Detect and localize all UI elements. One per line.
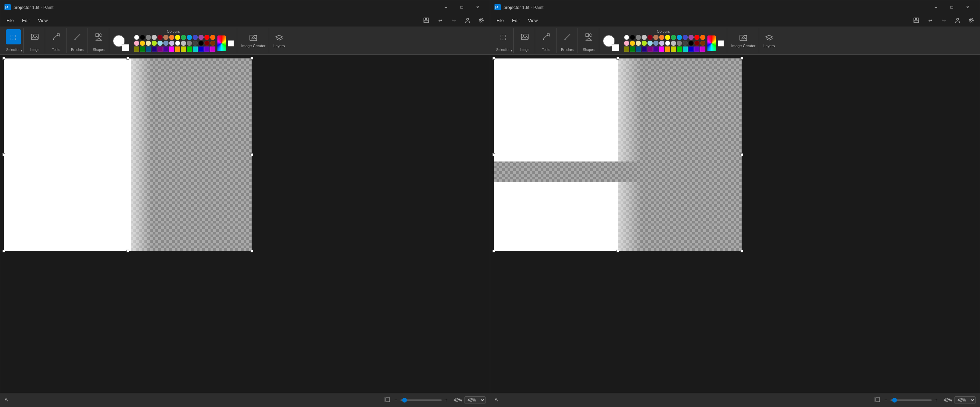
save-btn-right[interactable] [911, 15, 922, 26]
white-swatch-right[interactable] [718, 40, 724, 46]
swatch-purple2-right[interactable] [694, 46, 700, 52]
swatch-olive-right[interactable] [624, 46, 629, 52]
swatch-steelblue-left[interactable] [163, 41, 169, 46]
swatch-magenta-left[interactable] [169, 46, 174, 52]
swatch-darkred-left[interactable] [158, 35, 163, 40]
layers-btn-left[interactable]: Layers [270, 28, 288, 53]
swatch-orange-right[interactable] [659, 35, 664, 40]
handle-bc-left[interactable] [126, 250, 129, 252]
swatch-lime-right[interactable] [642, 41, 647, 46]
swatch-red-left[interactable] [204, 35, 210, 40]
menu-view-left[interactable]: View [35, 16, 51, 24]
swatch-orange2-left[interactable] [210, 35, 215, 40]
color-selector-right[interactable] [603, 35, 620, 52]
swatch-amber-left[interactable] [175, 46, 180, 52]
swatch-white-right[interactable] [624, 35, 629, 40]
swatch-darkgray-right[interactable] [682, 41, 688, 46]
swatch-lightgray-right[interactable] [642, 35, 647, 40]
swatch-cream-left[interactable] [146, 41, 151, 46]
minimize-btn-left[interactable]: – [438, 2, 454, 13]
swatch-indigo-left[interactable] [192, 35, 198, 40]
rainbow-right[interactable] [708, 35, 716, 51]
color-selector-left[interactable] [113, 35, 130, 52]
maximize-btn-right[interactable]: □ [944, 2, 960, 13]
swatch-teal-right[interactable] [682, 46, 688, 52]
menu-edit-right[interactable]: Edit [509, 16, 523, 24]
shapes-btn-right[interactable] [581, 29, 597, 44]
swatch-royalblue-right[interactable] [689, 46, 694, 52]
swatch-white-left[interactable] [134, 35, 139, 40]
menu-view-right[interactable]: View [525, 16, 541, 24]
swatch-gold-right[interactable] [630, 41, 635, 46]
handle-mr-left[interactable] [250, 153, 253, 156]
zoom-slider-left[interactable] [401, 399, 442, 401]
swatch-white2-right[interactable] [665, 41, 670, 46]
swatch-silver-right[interactable] [671, 41, 676, 46]
swatch-lavender-left[interactable] [169, 41, 174, 46]
zoom-out-btn-left[interactable]: − [393, 396, 399, 404]
swatch-darkbrown-right[interactable] [700, 41, 705, 46]
swatch-gold-left[interactable] [140, 41, 145, 46]
swatch-amber-right[interactable] [665, 46, 670, 52]
swatch-black2-left[interactable] [199, 41, 204, 46]
swatch-darkblue-left[interactable] [152, 46, 157, 52]
swatch-lime-left[interactable] [152, 41, 157, 46]
swatch-navy-left[interactable] [146, 46, 151, 52]
handle-bc-right[interactable] [616, 250, 619, 252]
settings-btn-left[interactable] [476, 15, 487, 26]
swatch-purple-right[interactable] [689, 35, 694, 40]
swatch-black2-right[interactable] [689, 41, 694, 46]
swatch-blue-right[interactable] [677, 35, 682, 40]
swatch-black-right[interactable] [630, 35, 635, 40]
zoom-dropdown-left[interactable]: 42% 100% 200% [465, 396, 485, 404]
account-btn-right[interactable] [952, 15, 963, 26]
undo-btn-right[interactable]: ↩ [924, 15, 935, 26]
swatch-lightblue-left[interactable] [158, 41, 163, 46]
brushes-btn-left[interactable] [70, 29, 85, 44]
swatch-pink-right[interactable] [624, 41, 629, 46]
maximize-btn-left[interactable]: □ [454, 2, 470, 13]
handle-br-right[interactable] [740, 250, 743, 252]
swatch-steelblue-right[interactable] [653, 41, 659, 46]
swatch-lightblue-right[interactable] [648, 41, 653, 46]
swatch-gray-right[interactable] [636, 35, 641, 40]
handle-tl-left[interactable] [2, 57, 5, 60]
swatch-darkgreen-right[interactable] [630, 46, 635, 52]
zoom-out-btn-right[interactable]: − [883, 396, 889, 404]
swatch-violet-left[interactable] [163, 46, 169, 52]
image-creator-btn-left[interactable]: Image Creator [238, 28, 269, 53]
image-btn-left[interactable] [27, 29, 42, 44]
handle-bl-right[interactable] [492, 250, 495, 252]
handle-tl-right[interactable] [492, 57, 495, 60]
swatch-darkyellow-right[interactable] [671, 46, 676, 52]
redo-btn-right[interactable]: ↪ [938, 15, 949, 26]
swatch-green-left[interactable] [181, 35, 186, 40]
swatch-red-right[interactable] [694, 35, 700, 40]
swatch-brown-left[interactable] [163, 35, 169, 40]
redo-btn-left[interactable]: ↪ [448, 15, 459, 26]
zoom-dropdown-right[interactable]: 42% 100% 200% [955, 396, 975, 404]
swatch-darkblue-right[interactable] [642, 46, 647, 52]
swatch-darkyellow-left[interactable] [181, 46, 186, 52]
swatch-royalblue-left[interactable] [199, 46, 204, 52]
undo-btn-left[interactable]: ↩ [434, 15, 445, 26]
fit-btn-right[interactable] [875, 397, 880, 403]
handle-tc-right[interactable] [616, 57, 619, 60]
swatch-blue-left[interactable] [187, 35, 192, 40]
swatch-lavender-right[interactable] [659, 41, 664, 46]
handle-tr-right[interactable] [740, 57, 743, 60]
shapes-btn-left[interactable] [91, 29, 107, 44]
swatch-orange-left[interactable] [169, 35, 174, 40]
swatch-darkgray-left[interactable] [192, 41, 198, 46]
swatch-darkbrown-left[interactable] [210, 41, 215, 46]
swatch-darkpurple-right[interactable] [648, 46, 653, 52]
swatch-green-right[interactable] [671, 35, 676, 40]
menu-file-left[interactable]: File [3, 16, 17, 24]
swatch-pink-left[interactable] [134, 41, 139, 46]
image-btn-right[interactable] [517, 29, 532, 44]
swatch-white2-left[interactable] [175, 41, 180, 46]
swatch-silver-left[interactable] [181, 41, 186, 46]
swatch-gray-left[interactable] [146, 35, 151, 40]
swatch-orchid-left[interactable] [210, 46, 215, 52]
swatch-maroon-left[interactable] [204, 41, 210, 46]
